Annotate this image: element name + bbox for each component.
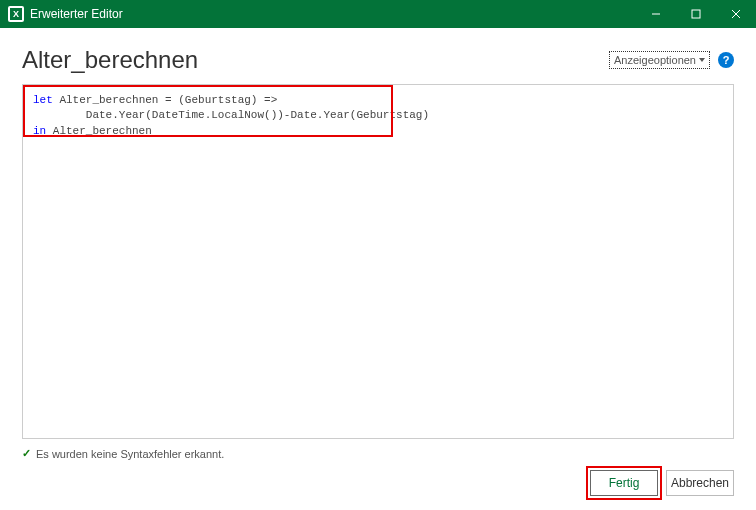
status-text: Es wurden keine Syntaxfehler erkannt.: [36, 448, 224, 460]
code-content: let Alter_berechnen = (Geburtstag) => Da…: [33, 93, 723, 139]
maximize-button[interactable]: [676, 0, 716, 28]
dropdown-icon: [699, 58, 705, 62]
close-button[interactable]: [716, 0, 756, 28]
code-body-line: Date.Year(DateTime.LocalNow())-Date.Year…: [33, 109, 429, 121]
help-icon[interactable]: ?: [718, 52, 734, 68]
window-title: Erweiterter Editor: [30, 7, 636, 21]
title-bar: X Erweiterter Editor: [0, 0, 756, 28]
svg-text:X: X: [13, 9, 19, 19]
check-icon: ✓: [22, 447, 31, 460]
display-options-label: Anzeigeoptionen: [614, 54, 696, 66]
cancel-button[interactable]: Abbrechen: [666, 470, 734, 496]
code-editor[interactable]: let Alter_berechnen = (Geburtstag) => Da…: [22, 84, 734, 439]
function-name: Alter_berechnen: [22, 46, 198, 74]
code-in-line: Alter_berechnen: [46, 125, 152, 137]
keyword-let: let: [33, 94, 53, 106]
status-bar: ✓ Es wurden keine Syntaxfehler erkannt.: [22, 447, 734, 460]
button-row: Fertig Abbrechen: [22, 460, 734, 510]
done-button[interactable]: Fertig: [590, 470, 658, 496]
code-let-line: Alter_berechnen = (Geburtstag) =>: [53, 94, 277, 106]
svg-rect-3: [692, 10, 700, 18]
minimize-button[interactable]: [636, 0, 676, 28]
header-row: Alter_berechnen Anzeigeoptionen ?: [22, 46, 734, 74]
display-options-dropdown[interactable]: Anzeigeoptionen: [609, 51, 710, 69]
excel-icon: X: [8, 6, 24, 22]
keyword-in: in: [33, 125, 46, 137]
